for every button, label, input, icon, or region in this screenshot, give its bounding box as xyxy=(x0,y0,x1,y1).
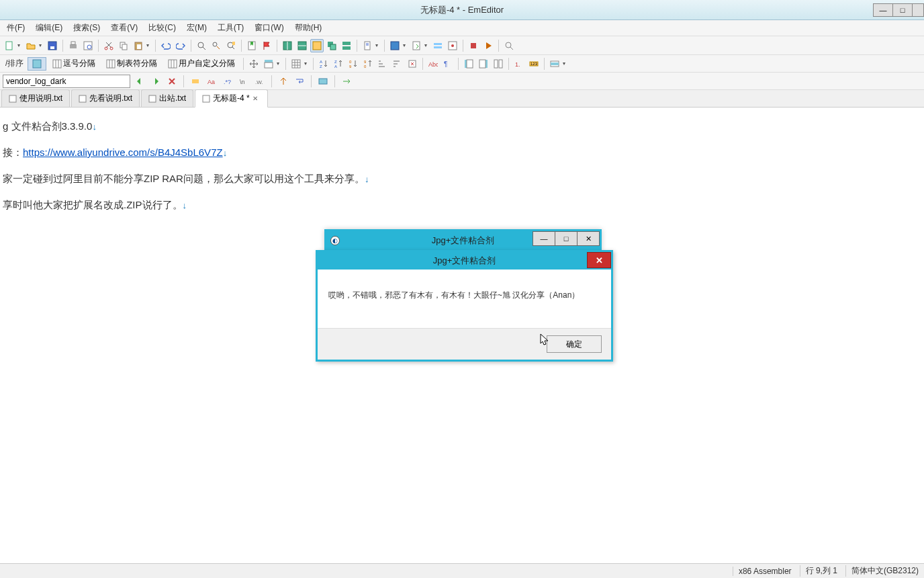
columns-icon[interactable] xyxy=(289,57,303,71)
config-icon[interactable] xyxy=(388,39,402,52)
escape-icon[interactable]: \n xyxy=(237,75,250,88)
flag-icon[interactable] xyxy=(260,39,273,52)
window-cascade-icon[interactable] xyxy=(325,39,338,52)
minimize-button[interactable]: — xyxy=(873,3,893,17)
props-icon[interactable] xyxy=(410,39,423,52)
font-abc-icon[interactable]: Abc xyxy=(426,57,440,71)
move-icon[interactable] xyxy=(247,57,261,71)
sort-za-icon[interactable]: ZA xyxy=(332,57,345,71)
maximize-button[interactable]: □ xyxy=(892,3,913,17)
search-icon[interactable] xyxy=(195,39,208,52)
dropdown-icon[interactable]: ▾ xyxy=(146,42,152,48)
wrap-icon[interactable] xyxy=(293,75,306,88)
delete-dup-icon[interactable] xyxy=(406,57,419,71)
record-icon[interactable] xyxy=(467,39,480,52)
dropdown-icon[interactable]: ▾ xyxy=(424,42,430,48)
save-icon[interactable] xyxy=(46,39,59,52)
find-combo[interactable] xyxy=(3,75,130,88)
dropdown-icon[interactable]: ▾ xyxy=(39,42,44,48)
dropdown-icon[interactable]: ▾ xyxy=(403,42,408,48)
bookmark-icon[interactable] xyxy=(245,39,259,52)
dropdown-icon[interactable]: ▾ xyxy=(375,42,381,48)
count-icon[interactable] xyxy=(316,75,330,88)
open-icon[interactable] xyxy=(24,39,38,52)
regex-icon[interactable]: .*? xyxy=(221,75,234,88)
close-button[interactable]: ✕ xyxy=(577,231,600,246)
menu-tools[interactable]: 工具(T) xyxy=(212,21,249,35)
sort-len-desc-icon[interactable] xyxy=(391,57,404,71)
doc-icon[interactable] xyxy=(361,39,374,52)
window-stack-icon[interactable] xyxy=(340,39,353,52)
maximize-button[interactable]: □ xyxy=(555,231,578,246)
ok-button[interactable]: 确定 xyxy=(547,335,602,353)
close-button[interactable] xyxy=(912,3,924,17)
menu-file[interactable]: 件(F) xyxy=(1,21,30,35)
col-left-icon[interactable] xyxy=(462,57,475,71)
dropdown-icon[interactable]: ▾ xyxy=(563,60,568,67)
new-doc-icon[interactable] xyxy=(3,39,16,52)
menu-window[interactable]: 窗口(W) xyxy=(249,21,289,35)
tab-item[interactable]: 使用说明.txt xyxy=(1,89,70,107)
dropdown-icon[interactable]: ▾ xyxy=(304,60,310,67)
print-preview-icon[interactable] xyxy=(81,39,95,52)
redo-icon[interactable] xyxy=(174,39,187,52)
narrow-icon[interactable] xyxy=(548,57,561,71)
tab-item-active[interactable]: 无标题-4 *✕ xyxy=(195,89,268,108)
menu-compare[interactable]: 比较(C) xyxy=(143,21,181,35)
menu-macro[interactable]: 宏(M) xyxy=(181,21,212,35)
menu-edit[interactable]: 编辑(E) xyxy=(30,21,68,35)
find-prev-icon[interactable] xyxy=(133,75,146,88)
dialog-titlebar[interactable]: Jpg+文件粘合剂 ✕ xyxy=(318,252,611,270)
menu-view[interactable]: 查看(V) xyxy=(105,21,143,35)
advanced-icon[interactable] xyxy=(340,75,353,88)
copy-icon[interactable] xyxy=(117,39,130,52)
find-files-icon[interactable] xyxy=(224,39,238,52)
col-right-icon[interactable] xyxy=(477,57,490,71)
dropdown-icon[interactable]: ▾ xyxy=(277,60,282,67)
sort-len-asc-icon[interactable] xyxy=(376,57,389,71)
tab-close-icon[interactable]: ✕ xyxy=(252,95,261,103)
line-num-icon[interactable]: 1. xyxy=(512,57,526,71)
find-next-icon[interactable] xyxy=(149,75,163,88)
tab-item[interactable]: 出站.txt xyxy=(141,89,193,107)
settings-icon[interactable] xyxy=(431,39,445,52)
sort-90-icon[interactable]: 90 xyxy=(361,57,375,71)
print-icon[interactable] xyxy=(66,39,80,52)
sort-az-icon[interactable]: AZ xyxy=(317,57,330,71)
svg-text:A: A xyxy=(334,65,337,69)
csv-tab-button[interactable]: 制表符分隔 xyxy=(101,56,162,71)
sort-09-icon[interactable]: 09 xyxy=(346,57,360,71)
csv-comma-button[interactable]: 逗号分隔 xyxy=(48,56,100,71)
dropdown-icon[interactable]: ▾ xyxy=(17,42,23,48)
window-tile-icon[interactable] xyxy=(295,39,309,52)
paste-icon[interactable] xyxy=(132,39,145,52)
replace-icon[interactable] xyxy=(210,39,223,52)
minimize-button[interactable]: — xyxy=(533,231,555,246)
heading-icon[interactable] xyxy=(262,57,275,71)
menu-search[interactable]: 搜索(S) xyxy=(68,21,105,35)
merge-icon[interactable] xyxy=(492,57,505,71)
play-icon[interactable] xyxy=(481,39,495,52)
find-close-icon[interactable] xyxy=(165,75,179,88)
highlight-icon[interactable] xyxy=(189,75,202,88)
marks-icon[interactable]: ¶ xyxy=(441,57,455,71)
undo-icon[interactable] xyxy=(159,39,173,52)
svg-point-14 xyxy=(213,42,217,46)
editor-link[interactable]: https://www.aliyundrive.com/s/B4J4SbL6V7… xyxy=(23,147,223,158)
window-grid-icon[interactable] xyxy=(310,39,324,52)
cut-icon[interactable] xyxy=(102,39,116,52)
tab-item[interactable]: 先看说明.txt xyxy=(71,89,140,107)
word-icon[interactable]: .W. xyxy=(253,75,267,88)
dialog-body: 哎哟，不错哦，邪恶了有木有，有木有！大眼仔~旭 汉化分享（Anan） xyxy=(318,270,611,329)
manage-icon[interactable] xyxy=(446,39,459,52)
case-icon[interactable]: Aa xyxy=(205,75,218,88)
dialog-titlebar[interactable]: ◐ Jpg+文件粘合剂 — □ ✕ xyxy=(326,231,600,250)
incr-icon[interactable] xyxy=(277,75,290,88)
ruler-icon[interactable]: 123 xyxy=(527,57,541,71)
menu-help[interactable]: 帮助(H) xyxy=(289,21,328,35)
window-split-icon[interactable] xyxy=(281,39,294,52)
zoom-icon[interactable] xyxy=(502,39,516,52)
csv-user-button[interactable]: 用户自定义分隔 xyxy=(163,56,240,71)
close-button[interactable]: ✕ xyxy=(587,252,611,268)
normal-mode-button[interactable] xyxy=(28,57,46,71)
